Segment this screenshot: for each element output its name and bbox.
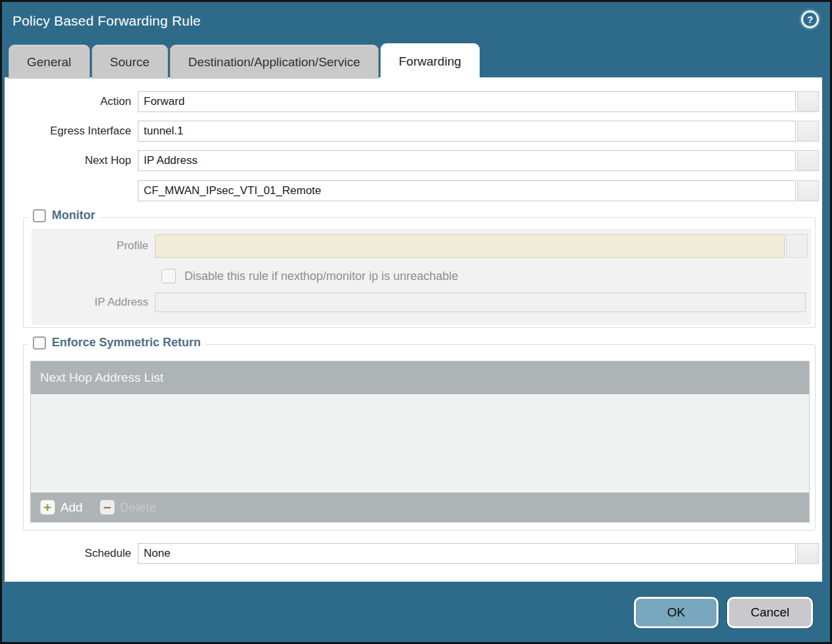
profile-row: Profile xyxy=(31,234,811,258)
monitor-legend-label: Monitor xyxy=(52,209,95,222)
enforce-symmetric-return-section: Enforce Symmetric Return Next Hop Addres… xyxy=(23,344,816,531)
profile-label: Profile xyxy=(31,239,155,252)
egress-interface-dropdown-button[interactable] xyxy=(797,121,819,142)
egress-interface-label: Egress Interface xyxy=(5,125,138,138)
add-button-label: Add xyxy=(60,500,83,515)
disable-rule-label: Disable this rule if nexthop/monitor ip … xyxy=(184,270,458,283)
monitor-checkbox[interactable] xyxy=(33,209,46,222)
dialog-titlebar: Policy Based Forwarding Rule ? xyxy=(2,2,830,41)
add-button[interactable]: + Add xyxy=(40,500,83,515)
next-hop-address-list-header: Next Hop Address List xyxy=(31,361,809,394)
disable-rule-checkbox xyxy=(161,269,176,283)
next-hop-row: Next Hop IP Address xyxy=(5,150,822,171)
next-hop-address-value[interactable]: CF_MWAN_IPsec_VTI_01_Remote xyxy=(138,180,796,201)
schedule-dropdown-button[interactable] xyxy=(797,543,819,564)
disable-rule-row: Disable this rule if nexthop/monitor ip … xyxy=(161,268,811,285)
profile-dropdown-button xyxy=(786,234,808,258)
next-hop-address-row: CF_MWAN_IPsec_VTI_01_Remote xyxy=(5,180,822,201)
enforce-symmetric-return-checkbox[interactable] xyxy=(33,336,46,350)
tab-forwarding[interactable]: Forwarding xyxy=(381,43,480,79)
next-hop-type-value[interactable]: IP Address xyxy=(138,150,796,171)
schedule-label: Schedule xyxy=(5,547,138,560)
dialog-footer: OK Cancel xyxy=(634,597,813,628)
profile-value xyxy=(155,234,785,258)
monitor-section: Monitor Profile Disable this rule if nex… xyxy=(23,217,816,328)
tab-general[interactable]: General xyxy=(9,45,90,79)
monitor-ip-address-row: IP Address xyxy=(31,292,811,312)
dialog-title: Policy Based Forwarding Rule xyxy=(12,13,201,29)
schedule-row: Schedule None xyxy=(5,543,822,564)
cancel-button[interactable]: Cancel xyxy=(727,597,813,628)
egress-interface-value[interactable]: tunnel.1 xyxy=(138,121,796,142)
monitor-ip-address-label: IP Address xyxy=(31,296,155,309)
tab-destination-application-service[interactable]: Destination/Application/Service xyxy=(170,45,379,79)
next-hop-address-list-body[interactable] xyxy=(31,394,809,493)
tab-source[interactable]: Source xyxy=(92,45,168,79)
delete-button-label: Delete xyxy=(120,500,156,515)
next-hop-type-dropdown-button[interactable] xyxy=(797,150,819,171)
action-value[interactable]: Forward xyxy=(138,91,796,112)
monitor-panel: Profile Disable this rule if nexthop/mon… xyxy=(31,229,811,325)
next-hop-label: Next Hop xyxy=(5,154,138,167)
help-icon[interactable]: ? xyxy=(801,10,819,28)
delete-button: − Delete xyxy=(100,500,156,515)
monitor-ip-address-value xyxy=(155,292,806,312)
enforce-symmetric-return-legend-label: Enforce Symmetric Return xyxy=(52,336,201,350)
spacer xyxy=(24,523,815,530)
action-label: Action xyxy=(5,95,138,108)
ok-button[interactable]: OK xyxy=(634,597,718,628)
minus-icon: − xyxy=(100,500,115,515)
next-hop-address-dropdown-button[interactable] xyxy=(797,180,819,201)
enforce-symmetric-return-legend: Enforce Symmetric Return xyxy=(28,336,206,350)
egress-interface-row: Egress Interface tunnel.1 xyxy=(5,121,822,142)
monitor-legend: Monitor xyxy=(28,209,100,222)
next-hop-address-list: Next Hop Address List + Add − Delete xyxy=(30,361,810,523)
schedule-value[interactable]: None xyxy=(138,543,796,564)
next-hop-address-list-toolbar: + Add − Delete xyxy=(31,493,809,522)
action-row: Action Forward xyxy=(5,91,822,112)
action-dropdown-button[interactable] xyxy=(797,91,819,112)
plus-icon: + xyxy=(40,500,55,515)
forwarding-tab-panel: Action Forward Egress Interface tunnel.1… xyxy=(5,77,822,582)
policy-based-forwarding-dialog: Policy Based Forwarding Rule ? General S… xyxy=(0,0,832,644)
tab-bar: General Source Destination/Application/S… xyxy=(9,43,823,79)
